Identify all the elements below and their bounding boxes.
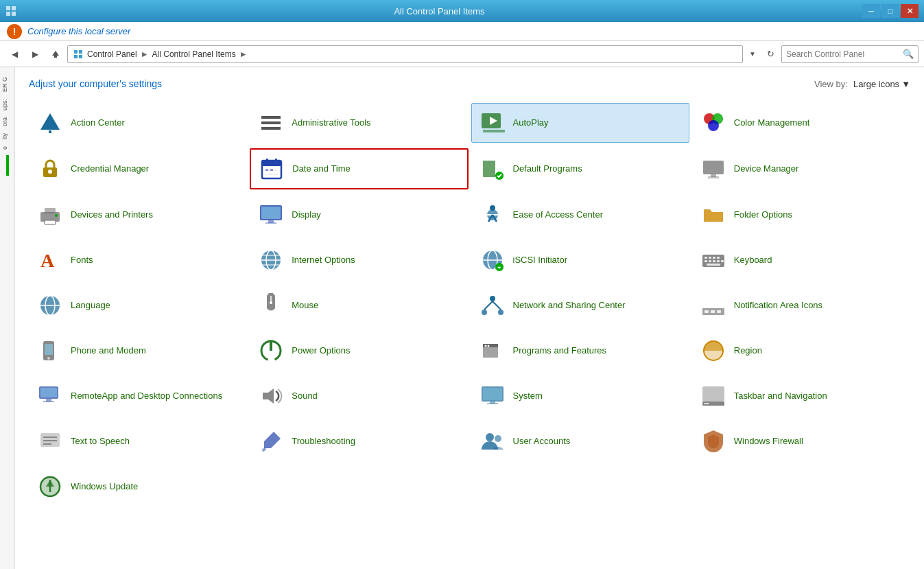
svg-point-74 xyxy=(270,301,272,304)
sound-icon xyxy=(257,382,285,410)
power-options-icon xyxy=(257,337,285,364)
cp-item-display[interactable]: Display xyxy=(250,195,468,235)
content-header: Adjust your computer's settings View by:… xyxy=(29,78,910,89)
cp-item-fonts[interactable]: AFonts xyxy=(29,240,247,280)
up-button[interactable] xyxy=(47,46,64,62)
svg-point-77 xyxy=(498,310,504,315)
address-bar: ◀ ▶ Control Panel ► All Control Panel It… xyxy=(0,41,924,67)
device-manager-label: Device Manager xyxy=(734,163,799,175)
network-and-sharing-center-icon xyxy=(479,292,506,319)
sidebar-strip-item-1: ER G xyxy=(0,74,14,95)
svg-rect-104 xyxy=(702,386,724,402)
cp-item-credential-manager[interactable]: Credential Manager xyxy=(29,148,247,189)
cp-item-power-options[interactable]: Power Options xyxy=(250,331,468,371)
windows-firewall-icon xyxy=(700,428,727,455)
forward-button[interactable]: ▶ xyxy=(26,46,44,62)
svg-rect-13 xyxy=(261,127,281,130)
sidebar-strip-item-4: ity xyxy=(0,130,14,142)
window-title: All Control Panel Items xyxy=(16,6,862,16)
mouse-icon xyxy=(257,292,285,319)
view-by-selector[interactable]: Large icons ▼ xyxy=(853,79,910,89)
cp-item-sound[interactable]: Sound xyxy=(250,376,468,416)
svg-rect-7 xyxy=(74,55,78,58)
svg-point-91 xyxy=(487,345,489,347)
cp-item-phone-and-modem[interactable]: Phone and Modem xyxy=(29,331,247,371)
cp-item-keyboard[interactable]: Keyboard xyxy=(692,240,910,280)
cp-item-taskbar-and-navigation[interactable]: Taskbar and Navigation xyxy=(692,376,910,416)
cp-item-mouse[interactable]: Mouse xyxy=(250,286,468,325)
fonts-icon: A xyxy=(36,246,64,274)
svg-rect-12 xyxy=(261,121,281,124)
cp-item-remoteapp-and-desktop[interactable]: RemoteApp and Desktop Connections xyxy=(29,376,247,416)
cp-item-programs-and-features[interactable]: Programs and Features xyxy=(471,331,689,371)
svg-rect-98 xyxy=(263,393,268,399)
administrative-tools-icon xyxy=(257,109,285,137)
language-label: Language xyxy=(71,300,110,312)
cp-item-default-programs[interactable]: Default Programs xyxy=(471,148,689,189)
refresh-button[interactable]: ↻ xyxy=(762,46,779,62)
cp-item-devices-and-printers[interactable]: Devices and Printers xyxy=(29,195,247,235)
search-icon-button[interactable]: 🔍 xyxy=(903,49,914,59)
display-icon xyxy=(257,201,285,229)
cp-item-ease-of-access-center[interactable]: Ease of Access Center xyxy=(471,195,689,235)
search-input[interactable] xyxy=(786,49,903,59)
address-dropdown-button[interactable]: ▼ xyxy=(746,45,759,63)
cp-item-troubleshooting[interactable]: Troubleshooting xyxy=(250,421,468,461)
cp-item-windows-update[interactable]: Windows Update xyxy=(29,467,247,507)
svg-rect-16 xyxy=(483,130,505,132)
user-accounts-icon xyxy=(479,428,506,455)
cp-item-internet-options[interactable]: Internet Options xyxy=(250,240,468,280)
svg-rect-106 xyxy=(704,403,709,404)
svg-rect-101 xyxy=(483,388,502,400)
internet-options-label: Internet Options xyxy=(292,255,355,266)
svg-rect-67 xyxy=(717,260,720,262)
address-path: Control Panel ► All Control Panel Items … xyxy=(67,45,743,63)
device-manager-icon xyxy=(700,155,727,183)
keyboard-label: Keyboard xyxy=(734,255,772,266)
maximize-button[interactable]: □ xyxy=(881,4,899,18)
svg-rect-37 xyxy=(45,220,56,224)
cp-item-notification-area-icons[interactable]: Notification Area Icons xyxy=(692,286,910,325)
cp-item-user-accounts[interactable]: User Accounts xyxy=(471,421,689,461)
autoplay-label: AutoPlay xyxy=(513,117,549,129)
cp-item-network-and-sharing-center[interactable]: Network and Sharing Center xyxy=(471,286,689,325)
cp-item-device-manager[interactable]: Device Manager xyxy=(692,148,910,189)
svg-rect-69 xyxy=(707,264,720,266)
svg-rect-82 xyxy=(711,310,715,313)
svg-point-113 xyxy=(495,435,501,442)
cp-item-folder-options[interactable]: Folder Options xyxy=(692,195,910,235)
svg-rect-87 xyxy=(270,341,272,351)
cp-item-region[interactable]: Region xyxy=(692,331,910,371)
cp-item-text-to-speech[interactable]: Text to Speech xyxy=(29,421,247,461)
svg-rect-10 xyxy=(49,130,51,133)
text-to-speech-label: Text to Speech xyxy=(71,436,130,448)
cp-item-color-management[interactable]: Color Management xyxy=(692,103,910,143)
cp-item-date-and-time[interactable]: Date and Time xyxy=(250,148,468,189)
path-arrow-2: ► xyxy=(239,49,248,59)
svg-marker-99 xyxy=(268,388,274,404)
notification-area-icons-icon xyxy=(700,292,727,319)
sound-label: Sound xyxy=(292,391,318,402)
cp-item-windows-firewall[interactable]: Windows Firewall xyxy=(692,421,910,461)
back-button[interactable]: ◀ xyxy=(5,46,23,62)
svg-point-19 xyxy=(708,120,719,131)
svg-rect-64 xyxy=(704,260,707,262)
svg-rect-85 xyxy=(45,344,53,355)
svg-rect-29 xyxy=(270,169,273,171)
cp-item-iscsi-initiator[interactable]: +iSCSI Initiator xyxy=(471,240,689,280)
configure-icon: ! xyxy=(7,24,22,39)
configure-text[interactable]: Configure this local server xyxy=(27,26,130,36)
action-center-icon xyxy=(36,109,64,137)
close-button[interactable]: ✕ xyxy=(901,4,919,18)
internet-options-icon xyxy=(257,246,285,274)
cp-item-language[interactable]: Language xyxy=(29,286,247,325)
cp-item-autoplay[interactable]: AutoPlay xyxy=(471,103,689,143)
svg-text:A: A xyxy=(40,250,55,271)
cp-item-administrative-tools[interactable]: Administrative Tools xyxy=(250,103,468,143)
keyboard-icon xyxy=(700,246,727,274)
svg-rect-97 xyxy=(43,401,54,402)
cp-item-action-center[interactable]: Action Center xyxy=(29,103,247,143)
cp-item-system[interactable]: System xyxy=(471,376,689,416)
svg-rect-34 xyxy=(708,176,719,178)
minimize-button[interactable]: ─ xyxy=(862,4,880,18)
